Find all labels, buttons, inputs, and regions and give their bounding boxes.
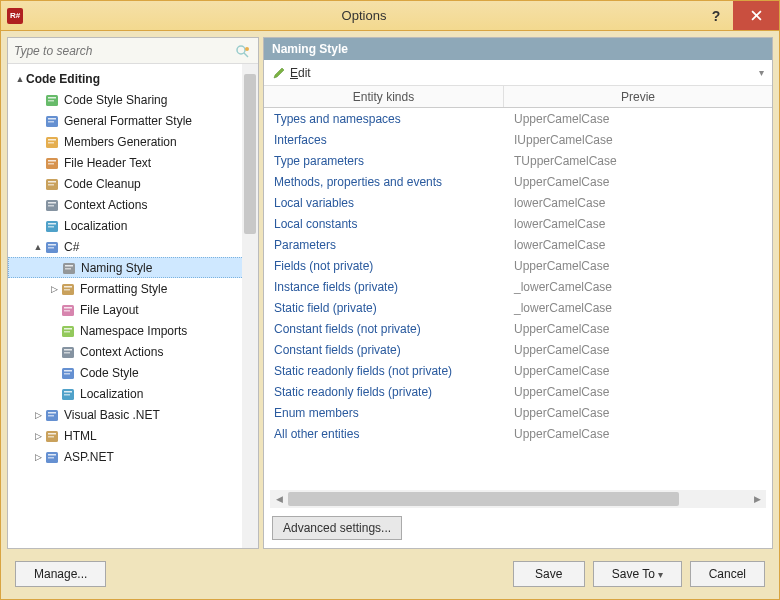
preview-cell: UpperCamelCase: [504, 175, 772, 189]
save-to-button[interactable]: Save To: [593, 561, 682, 587]
help-button[interactable]: ?: [699, 1, 733, 30]
svg-rect-25: [48, 244, 56, 246]
preview-cell: lowerCamelCase: [504, 217, 772, 231]
column-preview[interactable]: Previe: [504, 86, 772, 107]
tree-item[interactable]: Namespace Imports: [8, 320, 258, 341]
expander-icon[interactable]: ▲: [32, 242, 44, 252]
grid-row[interactable]: Methods, properties and eventsUpperCamel…: [264, 171, 772, 192]
tree-item[interactable]: Code Cleanup: [8, 173, 258, 194]
tree-item[interactable]: ▷HTML: [8, 425, 258, 446]
tree-item[interactable]: ▷Visual Basic .NET: [8, 404, 258, 425]
entity-cell[interactable]: Fields (not private): [264, 259, 504, 273]
scroll-thumb[interactable]: [288, 492, 679, 506]
doc-icon: [44, 155, 60, 171]
tree-item[interactable]: Context Actions: [8, 194, 258, 215]
tree-item[interactable]: Members Generation: [8, 131, 258, 152]
tree-root[interactable]: ▲ Code Editing: [8, 68, 258, 89]
tree-item[interactable]: ▷ASP.NET: [8, 446, 258, 467]
cancel-button[interactable]: Cancel: [690, 561, 765, 587]
entity-cell[interactable]: Static readonly fields (not private): [264, 364, 504, 378]
tree-label: Members Generation: [64, 135, 177, 149]
tree-item[interactable]: Localization: [8, 215, 258, 236]
layout-icon: [60, 302, 76, 318]
tree-item[interactable]: General Formatter Style: [8, 110, 258, 131]
tree-label: Visual Basic .NET: [64, 408, 160, 422]
grid-row[interactable]: Static field (private)_lowerCamelCase: [264, 297, 772, 318]
entity-cell[interactable]: Parameters: [264, 238, 504, 252]
scrollbar-thumb[interactable]: [244, 74, 256, 234]
svg-rect-14: [48, 163, 54, 165]
entity-cell[interactable]: Methods, properties and events: [264, 175, 504, 189]
tree-item[interactable]: ▲C#: [8, 236, 258, 257]
tree-item[interactable]: Context Actions: [8, 341, 258, 362]
manage-button[interactable]: Manage...: [15, 561, 106, 587]
grid-row[interactable]: Type parametersTUpperCamelCase: [264, 150, 772, 171]
entity-cell[interactable]: Interfaces: [264, 133, 504, 147]
scroll-left-icon[interactable]: ◀: [270, 490, 288, 508]
toolbar-menu-icon[interactable]: ▾: [759, 67, 764, 78]
entity-cell[interactable]: Local variables: [264, 196, 504, 210]
tree-label: Localization: [64, 219, 127, 233]
tree-label: Formatting Style: [80, 282, 167, 296]
entity-cell[interactable]: Local constants: [264, 217, 504, 231]
save-button[interactable]: Save: [513, 561, 585, 587]
expander-icon[interactable]: ▷: [32, 410, 44, 420]
window-title: Options: [29, 8, 699, 23]
svg-rect-41: [64, 352, 70, 354]
preview-cell: UpperCamelCase: [504, 343, 772, 357]
entity-cell[interactable]: All other entities: [264, 427, 504, 441]
expander-icon[interactable]: ▷: [32, 452, 44, 462]
tree-item[interactable]: Code Style: [8, 362, 258, 383]
grid-row[interactable]: Instance fields (private)_lowerCamelCase: [264, 276, 772, 297]
tree-item[interactable]: Code Style Sharing: [8, 89, 258, 110]
entity-cell[interactable]: Static readonly fields (private): [264, 385, 504, 399]
tree-item[interactable]: Localization: [8, 383, 258, 404]
grid-row[interactable]: ParameterslowerCamelCase: [264, 234, 772, 255]
entity-cell[interactable]: Types and namespaces: [264, 112, 504, 126]
entity-cell[interactable]: Instance fields (private): [264, 280, 504, 294]
grid-row[interactable]: Fields (not private)UpperCamelCase: [264, 255, 772, 276]
tree-item[interactable]: Naming Style: [8, 257, 258, 278]
preview-cell: IUpperCamelCase: [504, 133, 772, 147]
tree-item[interactable]: ▷Formatting Style: [8, 278, 258, 299]
tree-scrollbar[interactable]: [242, 64, 258, 548]
entity-cell[interactable]: Enum members: [264, 406, 504, 420]
svg-point-2: [245, 47, 249, 51]
grid-row[interactable]: Static readonly fields (private)UpperCam…: [264, 381, 772, 402]
grid-hscroll[interactable]: ◀ ▶: [270, 490, 766, 508]
titlebar: R# Options ?: [1, 1, 779, 31]
tree-item[interactable]: File Header Text: [8, 152, 258, 173]
search-icon[interactable]: [234, 43, 252, 59]
tree-item[interactable]: File Layout: [8, 299, 258, 320]
expander-icon[interactable]: ▷: [48, 284, 60, 294]
ns-icon: [60, 323, 76, 339]
svg-rect-10: [48, 139, 56, 141]
advanced-settings-button[interactable]: Advanced settings...: [272, 516, 402, 540]
edit-button[interactable]: Edit: [272, 66, 311, 80]
svg-rect-44: [64, 373, 70, 375]
grid-row[interactable]: Types and namespacesUpperCamelCase: [264, 108, 772, 129]
entity-cell[interactable]: Constant fields (not private): [264, 322, 504, 336]
grid-row[interactable]: Local variableslowerCamelCase: [264, 192, 772, 213]
grid-row[interactable]: Static readonly fields (not private)Uppe…: [264, 360, 772, 381]
grid-row[interactable]: Constant fields (private)UpperCamelCase: [264, 339, 772, 360]
expander-icon[interactable]: ▷: [32, 431, 44, 441]
svg-rect-28: [65, 265, 73, 267]
grid-row[interactable]: Constant fields (not private)UpperCamelC…: [264, 318, 772, 339]
search-input[interactable]: [14, 44, 234, 58]
scroll-right-icon[interactable]: ▶: [748, 490, 766, 508]
close-button[interactable]: [733, 1, 779, 30]
expander-icon[interactable]: ▲: [14, 74, 26, 84]
scroll-track[interactable]: [288, 490, 748, 508]
panes: ▲ Code Editing Code Style SharingGeneral…: [7, 37, 773, 549]
column-entity[interactable]: Entity kinds: [264, 86, 504, 107]
grid-row[interactable]: Local constantslowerCamelCase: [264, 213, 772, 234]
grid-row[interactable]: Enum membersUpperCamelCase: [264, 402, 772, 423]
grid-row[interactable]: InterfacesIUpperCamelCase: [264, 129, 772, 150]
entity-cell[interactable]: Type parameters: [264, 154, 504, 168]
preview-cell: _lowerCamelCase: [504, 280, 772, 294]
grid-row[interactable]: All other entitiesUpperCamelCase: [264, 423, 772, 444]
entity-cell[interactable]: Constant fields (private): [264, 343, 504, 357]
entity-cell[interactable]: Static field (private): [264, 301, 504, 315]
tree-label: Code Style: [80, 366, 139, 380]
